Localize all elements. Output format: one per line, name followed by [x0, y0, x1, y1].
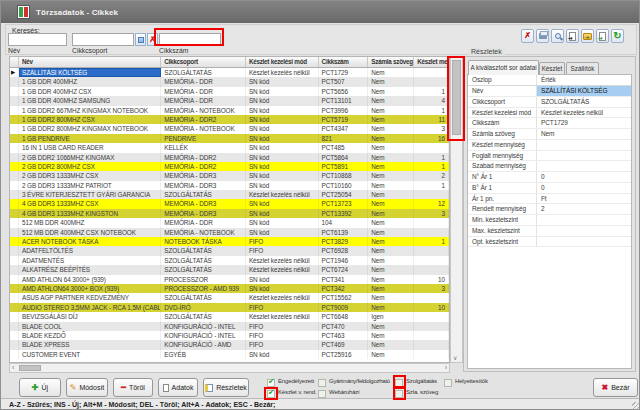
grid-cell[interactable]: ACER NOTEBOOK TÁSKA — [19, 237, 161, 246]
grid-cell[interactable]: Nem — [368, 256, 414, 265]
grid-cell[interactable]: 2 — [414, 171, 449, 180]
table-row[interactable]: ACER NOTEBOOK TÁSKANOTEBOOK TÁSKAFIFOPCT… — [10, 237, 449, 246]
grid-cell[interactable]: MEMÓRIA - DDR3 — [161, 209, 246, 218]
checkbox-gyartmany[interactable]: Gyártmány/feldolgozható — [318, 378, 390, 387]
grid-cell[interactable]: 512 MB DDR 400MHZ CSX NOTEBOOK — [19, 228, 161, 237]
grid-cell[interactable]: Nem — [368, 303, 414, 312]
grid-cell[interactable]: 1 GB DDR2 800MHZ KINGMAX NOTEBOOK — [19, 124, 161, 133]
details-row[interactable]: Foglalt mennyiség — [468, 151, 631, 162]
grid-cell[interactable]: SN kód — [246, 106, 319, 115]
grid-cell[interactable] — [414, 350, 449, 359]
grid-cell[interactable]: SZOLGÁLTATÁS — [161, 68, 246, 77]
grid-cell[interactable]: PROCESSZOR — [161, 275, 246, 284]
grid-cell[interactable]: EGYÉB — [161, 350, 246, 359]
search-nev-input[interactable] — [8, 33, 67, 46]
grid-cell[interactable]: BEVIZSGÁLÁSI DÍJ — [19, 312, 161, 321]
grid-cell[interactable]: PCT469 — [319, 340, 369, 349]
grid-cell[interactable]: KONFIGURÁCIÓ - INTEL — [161, 331, 246, 340]
grid-cell[interactable]: Nem — [368, 340, 414, 349]
grid-cell[interactable]: PCT6928 — [319, 246, 369, 255]
table-row[interactable]: 2 GB DDR2 1066MHZ KINGMAXMEMÓRIA - DDR2S… — [10, 153, 449, 162]
refresh-button[interactable]: ↻ — [611, 29, 624, 43]
grid-cell[interactable]: DVD-ÍRÓ — [161, 303, 246, 312]
grid-cell[interactable]: Nem — [368, 199, 414, 208]
grid-cell[interactable]: Nem — [368, 284, 414, 293]
grid-cell[interactable]: PCT9009 — [319, 303, 369, 312]
grid-cell[interactable]: PCT13101 — [319, 96, 369, 105]
table-row[interactable]: 1 GB DDR2 667MHZ KINGMAX NOTEBOOKMEMÓRIA… — [10, 106, 449, 115]
print-preview-button[interactable] — [551, 29, 564, 43]
grid-cell[interactable] — [414, 143, 449, 152]
grid-cell[interactable]: 10 — [414, 303, 449, 312]
grid-cell[interactable]: SN kód — [246, 153, 319, 162]
grid-cell[interactable]: MEMÓRIA - DDR3 — [161, 199, 246, 208]
grid-cell[interactable]: MEMÓRIA - DDR — [161, 96, 246, 105]
grid-cell[interactable]: 1 — [414, 162, 449, 171]
table-row[interactable]: 2 GB DDR3 1333MHZ PATRIOTMEMÓRIA - DDR3S… — [10, 181, 449, 190]
grid-cell[interactable]: Nem — [368, 265, 414, 274]
grid-cell[interactable]: 1 GB DDR 400MHZ CSX — [19, 87, 161, 96]
grid-cell[interactable]: PCT13723 — [319, 199, 369, 208]
reszletek-button[interactable]: Részletek — [203, 378, 249, 397]
grid-cell[interactable]: PCT4347 — [319, 124, 369, 133]
table-row[interactable]: 3 ÉVRE KITERJESZTETT GYÁRI GARANCIASZOLG… — [10, 190, 449, 199]
details-row[interactable]: Készlet mennyiség — [468, 140, 631, 151]
cikkcsoport-lookup-button[interactable] — [135, 33, 146, 46]
grid-cell[interactable]: PCT10160 — [319, 181, 369, 190]
grid-cell[interactable]: SN kód — [246, 228, 319, 237]
checkbox-webaruhazi[interactable]: Webáruházi — [318, 389, 359, 398]
grid-cell[interactable]: Nem — [368, 246, 414, 255]
grid-cell[interactable]: MEMÓRIA - DDR3 — [161, 171, 246, 180]
export-file-button[interactable] — [596, 29, 609, 43]
grid-cell[interactable]: PCT342 — [319, 284, 369, 293]
grid-cell[interactable] — [414, 331, 449, 340]
grid-cell[interactable] — [414, 218, 449, 227]
table-row[interactable]: 512 MB DDR 400MHZMEMÓRIA - DDRSN kód104N… — [10, 218, 449, 227]
grid-cell[interactable] — [414, 265, 449, 274]
grid-cell[interactable]: FIFO — [246, 322, 319, 331]
table-row[interactable]: AMD ATHLON64 3000+ BOX (939)PROCESSZOR -… — [10, 284, 449, 293]
grid-header-keszlet-mod[interactable]: Készlet kezelési mód — [246, 57, 319, 67]
grid-cell[interactable]: Nem — [368, 96, 414, 105]
details-row[interactable]: B° Ár 10 — [468, 183, 631, 194]
grid-cell[interactable]: 2 GB DDR2 1066MHZ KINGMAX — [19, 153, 161, 162]
table-row[interactable]: AUDIO STEREO 3,5MM JACK - RCA 1,5M (CABL… — [10, 303, 449, 312]
grid-cell[interactable]: FIFO — [246, 303, 319, 312]
grid-cell[interactable]: PCT25054 — [319, 190, 369, 199]
details-row[interactable]: Számla szövegNem — [468, 129, 631, 140]
grid-cell[interactable]: Nem — [368, 181, 414, 190]
grid-cell[interactable]: 1 — [414, 181, 449, 190]
grid-cell[interactable]: 1 GB DDR 400MHZ SAMSUNG — [19, 96, 161, 105]
grid-cell[interactable] — [414, 322, 449, 331]
open-folder-button[interactable] — [581, 29, 594, 43]
clear-filter-button[interactable]: ✗ — [521, 29, 534, 43]
grid-cell[interactable]: PCT507 — [319, 77, 369, 86]
grid-cell[interactable]: PCT470 — [319, 322, 369, 331]
grid-cell[interactable]: 3 — [414, 284, 449, 293]
grid-cell[interactable]: AMD ATHLON 64 3000+ (939) — [19, 275, 161, 284]
grid-cell[interactable]: Készlet kezelés nélkül — [246, 312, 319, 321]
title-bar[interactable]: Törzsadatok - Cikkek — [1, 1, 639, 23]
grid-cell[interactable]: BLADE COOL — [19, 322, 161, 331]
details-row[interactable]: Rendelt mennyiség2 — [468, 204, 631, 215]
grid-cell[interactable]: Nem — [368, 134, 414, 143]
grid-cell[interactable]: SN kód — [246, 199, 319, 208]
grid-cell[interactable]: Készlet kezelés nélkül — [246, 265, 319, 274]
tab-selected-row-data[interactable]: A kiválasztott sor adatai — [468, 60, 539, 75]
grid-cell[interactable]: PROCESSZOR - AMD 939 — [161, 284, 246, 293]
table-row[interactable]: ASUS AGP PARTNER KEDVEZMÉNYSZOLGÁLTATÁSK… — [10, 293, 449, 302]
grid-cell[interactable]: PCT10868 — [319, 171, 369, 180]
grid-cell[interactable]: PCT15562 — [319, 293, 369, 302]
table-row[interactable]: 16 IN 1 USB CARD READERKELLÉKSN kódPCT48… — [10, 143, 449, 152]
details-row[interactable]: Ár 1 pn.Ft — [468, 194, 631, 205]
grid-cell[interactable]: SZOLGÁLTATÁS — [161, 312, 246, 321]
grid-cell[interactable]: Készlet kezelés nélkül — [246, 293, 319, 302]
checkbox-engedelyezett[interactable]: Engedélyezett — [267, 378, 314, 387]
details-row[interactable]: Szabad mennyiség — [468, 161, 631, 172]
grid-cell[interactable]: 1 GB DDR 400MHZ — [19, 77, 161, 86]
grid-cell[interactable]: SN kód — [246, 162, 319, 171]
grid-cell[interactable]: 10 — [414, 275, 449, 284]
grid-cell[interactable]: PCT1729 — [319, 68, 369, 77]
grid-cell[interactable]: ADATMENTÉS — [19, 256, 161, 265]
grid-cell[interactable]: SN kód — [246, 115, 319, 124]
